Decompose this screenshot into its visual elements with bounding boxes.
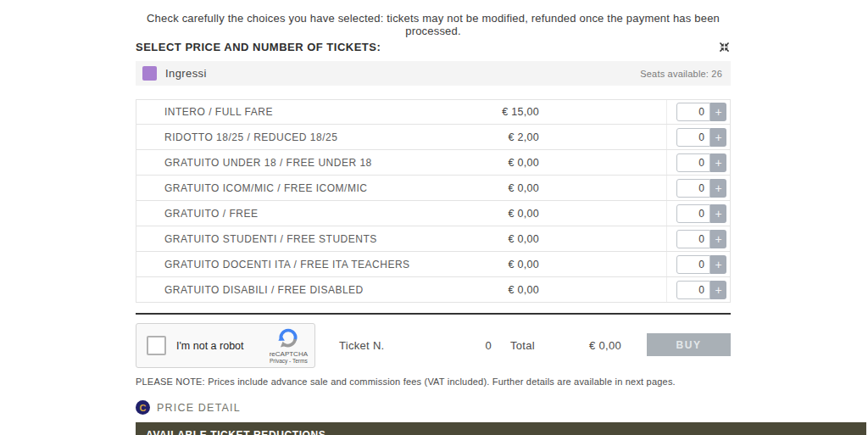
ticket-row: GRATUITO DISABILI / FREE DISABLED € 0,00…	[136, 277, 731, 303]
increment-button[interactable]: +	[710, 153, 726, 172]
ticket-label: INTERO / FULL FARE	[136, 106, 437, 118]
quantity-input[interactable]	[676, 281, 710, 299]
buy-button[interactable]: BUY	[647, 333, 731, 356]
quantity-input[interactable]	[676, 153, 710, 172]
section-divider	[136, 313, 731, 315]
recaptcha-label: I'm not a robot	[176, 340, 270, 352]
intro-text: Check carefully the choices you have sel…	[136, 12, 731, 37]
ticket-price: € 0,00	[437, 284, 539, 296]
ticket-row: RIDOTTO 18/25 / REDUCED 18/25 € 2,00 +	[136, 125, 731, 150]
ticket-row: INTERO / FULL FARE € 15,00 +	[136, 99, 731, 125]
checkout-row: I'm not a robot reCAPTCHA Privacy - Term…	[136, 322, 731, 368]
recaptcha-widget: I'm not a robot reCAPTCHA Privacy - Term…	[136, 323, 315, 368]
increment-button[interactable]: +	[710, 230, 726, 248]
ticket-price: € 0,00	[437, 157, 539, 169]
price-detail-label: PRICE DETAIL	[157, 402, 241, 414]
quantity-stepper: +	[666, 226, 730, 251]
ticket-purchase-page: Check carefully the choices you have sel…	[0, 0, 868, 435]
ticket-rows: INTERO / FULL FARE € 15,00 + RIDOTTO 18/…	[136, 99, 731, 303]
please-note-text: PLEASE NOTE: Prices include advance sale…	[136, 376, 731, 387]
quantity-input[interactable]	[676, 179, 710, 198]
ticket-label: GRATUITO UNDER 18 / FREE UNDER 18	[136, 157, 437, 169]
ticket-label: GRATUITO STUDENTI / FREE STUDENTS	[136, 233, 437, 245]
ticket-row: GRATUITO ICOM/MIC / FREE ICOM/MIC € 0,00…	[136, 176, 731, 201]
ticket-label: GRATUITO DISABILI / FREE DISABLED	[136, 284, 437, 296]
ticket-label: RIDOTTO 18/25 / REDUCED 18/25	[136, 131, 437, 143]
collapse-section-button[interactable]	[717, 40, 731, 53]
quantity-input[interactable]	[676, 255, 710, 274]
reductions-bar: AVAILABLE TICKET REDUCTIONS	[136, 422, 866, 435]
recaptcha-privacy-terms-links[interactable]: Privacy - Terms	[270, 358, 308, 364]
increment-button[interactable]: +	[710, 179, 726, 198]
ticket-price: € 0,00	[437, 182, 539, 194]
total-label: Total	[510, 339, 535, 352]
ticket-price: € 2,00	[437, 131, 539, 143]
ticket-row: GRATUITO / FREE € 0,00 +	[136, 201, 731, 226]
quantity-input[interactable]	[676, 128, 710, 147]
quantity-stepper: +	[666, 252, 730, 276]
reductions-bar-title: AVAILABLE TICKET REDUCTIONS	[146, 429, 326, 435]
section-title: SELECT PRICE AND NUMBER OF TICKETS:	[136, 41, 381, 53]
category-header: Ingressi Seats available: 26	[136, 61, 731, 86]
category-name: Ingressi	[165, 67, 640, 80]
ticket-row: GRATUITO DOCENTI ITA / FREE ITA TEACHERS…	[136, 252, 731, 277]
quantity-stepper: +	[666, 277, 730, 302]
increment-button[interactable]: +	[710, 255, 726, 274]
ticket-price: € 0,00	[437, 208, 539, 220]
category-color-swatch	[142, 66, 157, 81]
increment-button[interactable]: +	[710, 204, 726, 223]
ticket-label: GRATUITO DOCENTI ITA / FREE ITA TEACHERS	[136, 259, 437, 270]
recaptcha-checkbox[interactable]	[147, 336, 166, 355]
ticket-count-value: 0	[466, 339, 492, 352]
price-detail-icon: C	[136, 400, 150, 415]
ticket-label: GRATUITO ICOM/MIC / FREE ICOM/MIC	[136, 182, 437, 194]
total-value: € 0,00	[551, 339, 621, 352]
recaptcha-brand-name: reCAPTCHA	[270, 350, 308, 358]
seats-available: Seats available: 26	[640, 69, 722, 79]
ticket-price: € 0,00	[437, 233, 539, 245]
quantity-stepper: +	[666, 201, 730, 226]
quantity-stepper: +	[666, 176, 730, 200]
quantity-input[interactable]	[676, 204, 710, 223]
recaptcha-brand: reCAPTCHA Privacy - Terms	[270, 327, 308, 364]
recaptcha-logo-icon	[277, 327, 299, 349]
ticket-row: GRATUITO STUDENTI / FREE STUDENTS € 0,00…	[136, 226, 731, 252]
increment-button[interactable]: +	[710, 281, 726, 299]
compress-arrows-icon	[718, 41, 731, 53]
quantity-stepper: +	[666, 125, 730, 149]
ticket-selection-box: Ingressi Seats available: 26 INTERO / FU…	[136, 61, 731, 303]
quantity-input[interactable]	[676, 103, 710, 121]
quantity-input[interactable]	[676, 230, 710, 248]
ticket-count-label: Ticket N.	[339, 339, 385, 352]
ticket-row: GRATUITO UNDER 18 / FREE UNDER 18 € 0,00…	[136, 150, 731, 176]
quantity-stepper: +	[666, 150, 730, 175]
ticket-price: € 0,00	[437, 259, 539, 270]
increment-button[interactable]: +	[710, 103, 726, 121]
ticket-label: GRATUITO / FREE	[136, 208, 437, 220]
ticket-price: € 15,00	[437, 106, 539, 118]
increment-button[interactable]: +	[710, 128, 726, 147]
quantity-stepper: +	[666, 100, 730, 124]
section-header: SELECT PRICE AND NUMBER OF TICKETS:	[136, 40, 731, 53]
price-detail-toggle[interactable]: C PRICE DETAIL	[136, 400, 241, 415]
